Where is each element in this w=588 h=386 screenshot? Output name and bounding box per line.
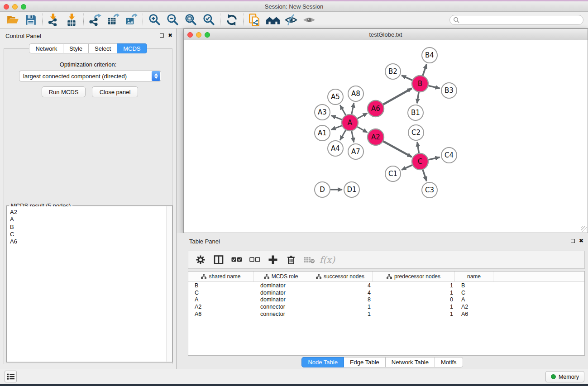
settings-gear-icon[interactable] [194, 253, 207, 266]
import-network-icon[interactable] [47, 13, 61, 27]
column-header[interactable]: MCDS role [254, 272, 308, 281]
table-cell[interactable]: 1 [373, 304, 455, 310]
table-row[interactable]: Cdominator41C [188, 289, 584, 296]
graph-edge-A2-C[interactable] [383, 141, 412, 157]
criterion-dropdown[interactable]: largest connected component (directed) [19, 71, 161, 81]
table-cell[interactable]: B [188, 282, 254, 289]
graph-edge-A-A1[interactable] [331, 125, 343, 129]
hide-details-icon[interactable] [284, 13, 298, 27]
table-cell[interactable]: 1 [308, 311, 373, 317]
add-column-icon[interactable] [266, 253, 280, 266]
mcds-result-list[interactable]: A2ABCA6 [7, 206, 172, 362]
network-graph[interactable]: B4B2BB3A8A5A6B1A3AA1C2A2A4A7C4CC1C3DD1 [184, 41, 588, 233]
table-row[interactable]: Adominator80A [188, 296, 584, 304]
copy-style-icon[interactable] [248, 13, 262, 27]
result-list-item[interactable]: A6 [7, 238, 172, 245]
node-table[interactable]: shared nameMCDS rolesuccessor nodesprede… [188, 271, 585, 356]
table-cell[interactable]: A [455, 296, 493, 303]
unselect-all-columns-icon[interactable] [248, 253, 262, 266]
table-cell[interactable]: 4 [308, 290, 373, 296]
table-cell[interactable]: A2 [455, 304, 493, 310]
table-cell[interactable]: 1 [308, 304, 373, 310]
tab-select[interactable]: Select [89, 43, 117, 53]
network-canvas[interactable]: B4B2BB3A8A5A6B1A3AA1C2A2A4A7C4CC1C3DD1 [184, 41, 588, 233]
tab-network-table[interactable]: Network Table [386, 357, 435, 367]
tab-node-table[interactable]: Node Table [301, 357, 344, 367]
tab-edge-table[interactable]: Edge Table [344, 357, 386, 367]
result-list-item[interactable]: A [7, 216, 172, 223]
select-all-columns-icon[interactable] [230, 253, 244, 266]
run-mcds-button[interactable]: Run MCDS [42, 86, 86, 97]
tab-style[interactable]: Style [63, 43, 89, 53]
memory-button[interactable]: Memory [545, 371, 584, 382]
table-cell[interactable]: 1 [373, 290, 455, 296]
export-table-icon[interactable] [106, 13, 120, 27]
search-input[interactable] [449, 15, 583, 25]
float-panel-icon[interactable] [160, 33, 164, 38]
graph-edge-B-B4[interactable] [423, 64, 427, 76]
show-details-icon[interactable] [302, 13, 316, 27]
table-cell[interactable]: 1 [373, 282, 455, 289]
graph-edge-C-C1[interactable] [402, 165, 412, 170]
zoom-selected-icon[interactable] [201, 13, 216, 27]
table-row[interactable]: A2connector11A2 [188, 303, 584, 310]
graph-edge-A-A8[interactable] [352, 103, 354, 115]
tab-network[interactable]: Network [29, 43, 63, 53]
result-list-item[interactable]: A2 [7, 209, 172, 216]
table-cell[interactable]: 1 [373, 311, 455, 317]
table-cell[interactable]: A6 [455, 311, 493, 317]
table-cell[interactable]: 8 [308, 296, 373, 303]
graph-edge-B-B3[interactable] [428, 86, 440, 88]
table-cell[interactable]: dominator [254, 282, 308, 289]
toggle-panel-icon[interactable] [212, 253, 225, 266]
graph-edge-A6-B[interactable] [383, 88, 412, 105]
graph-edge-B-B1[interactable] [417, 92, 419, 103]
column-header[interactable]: name [455, 272, 493, 281]
graph-edge-C-C3[interactable] [423, 169, 427, 181]
network-window-titlebar[interactable]: testGlobe.txt [184, 29, 588, 40]
graph-edge-A-A3[interactable] [331, 115, 343, 119]
home-network-icon[interactable] [266, 13, 280, 27]
tab-mcds[interactable]: MCDS [117, 43, 147, 53]
table-row[interactable]: A6connector11A6 [188, 310, 584, 318]
export-image-icon[interactable] [124, 13, 139, 27]
graph-edge-C-C4[interactable] [428, 157, 440, 160]
graph-edge-A-A2[interactable] [357, 127, 368, 133]
table-cell[interactable]: B [455, 282, 493, 289]
table-row[interactable]: Bdominator41B [188, 282, 584, 289]
graph-edge-A-A7[interactable] [352, 131, 354, 143]
task-history-button[interactable] [5, 371, 17, 382]
open-file-icon[interactable] [5, 13, 20, 27]
column-header[interactable]: predecessor nodes [373, 272, 455, 281]
import-table-icon[interactable] [65, 13, 79, 27]
result-list-item[interactable]: B [7, 224, 172, 231]
zoom-out-icon[interactable] [165, 13, 180, 27]
delete-table-icon[interactable] [302, 253, 316, 266]
table-cell[interactable]: C [188, 290, 254, 296]
close-panel-button[interactable]: Close panel [92, 86, 138, 97]
zoom-fit-icon[interactable] [183, 13, 198, 27]
close-panel-icon[interactable]: ✖ [168, 33, 172, 38]
export-network-icon[interactable] [88, 13, 102, 27]
tab-motifs[interactable]: Motifs [435, 357, 463, 367]
table-cell[interactable]: C [455, 290, 493, 296]
function-builder-icon[interactable]: f(x) [320, 253, 334, 266]
table-cell[interactable]: connector [254, 304, 308, 310]
close-table-panel-icon[interactable]: ✖ [579, 238, 583, 243]
resize-grip[interactable] [581, 226, 587, 232]
graph-edge-A-A6[interactable] [357, 113, 368, 119]
table-cell[interactable]: 4 [308, 282, 373, 289]
table-cell[interactable]: 0 [373, 296, 455, 303]
table-cell[interactable]: dominator [254, 296, 308, 303]
delete-column-icon[interactable] [284, 253, 298, 266]
save-session-icon[interactable] [24, 13, 38, 27]
zoom-in-icon[interactable] [147, 13, 162, 27]
table-cell[interactable]: dominator [254, 290, 308, 296]
table-cell[interactable]: A [188, 296, 254, 303]
result-list-scrollbar[interactable] [166, 206, 172, 362]
table-cell[interactable]: A6 [188, 311, 254, 317]
column-header[interactable]: shared name [188, 272, 254, 281]
float-table-panel-icon[interactable] [571, 239, 575, 243]
table-cell[interactable]: A2 [188, 304, 254, 310]
graph-edge-C-C2[interactable] [417, 142, 419, 153]
